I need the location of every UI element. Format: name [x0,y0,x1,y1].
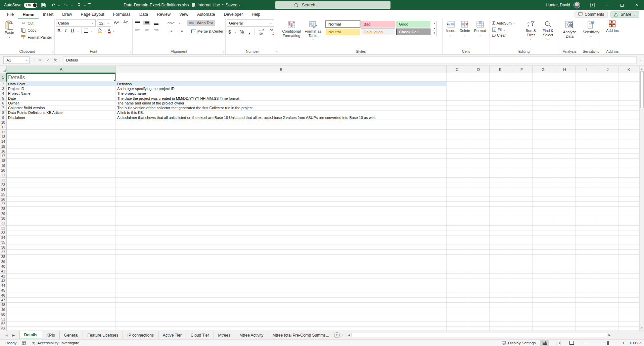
row-header-28[interactable]: 28 [0,207,7,211]
cell-I50[interactable] [576,312,597,317]
cell-K15[interactable] [618,144,639,149]
cell-A6[interactable]: Owner [7,101,116,105]
cell-A21[interactable] [7,173,116,178]
cell-E29[interactable] [490,211,511,216]
cell-E7[interactable] [490,105,511,110]
row-header-22[interactable]: 22 [0,178,7,182]
cell-B36[interactable] [116,245,447,250]
macro-record-icon[interactable] [22,341,26,345]
format-dropdown-icon[interactable]: ⌄ [479,34,481,37]
cell-K46[interactable] [618,293,639,298]
row-header-15[interactable]: 15 [0,144,7,149]
cell-B16[interactable] [116,149,447,154]
cell-D28[interactable] [468,207,490,211]
cell-I16[interactable] [576,149,597,154]
select-all-corner[interactable] [0,66,7,73]
cell-H15[interactable] [554,144,576,149]
cell-F28[interactable] [511,207,533,211]
name-box-dropdown-icon[interactable]: ▾ [26,59,28,62]
sensitivity-button[interactable]: Sensitivity ⌄ [581,19,601,39]
column-header-c[interactable]: C [447,66,468,73]
tab-splitter-handle[interactable]: ⁞ [342,333,343,337]
cell-C31[interactable] [447,221,468,226]
cell-D10[interactable] [468,120,490,125]
row-header-9[interactable]: 9 [0,115,7,120]
cell-E42[interactable] [490,274,511,278]
row-header-17[interactable]: 17 [0,154,7,158]
cell-D37[interactable] [468,250,490,254]
cell-B5[interactable]: The date the project was created in MM/D… [116,96,447,101]
cell-I18[interactable] [576,159,597,163]
cell-F19[interactable] [511,163,533,168]
cell-G26[interactable] [533,197,554,202]
decrease-decimal-icon[interactable]: .00→.0 [268,28,276,36]
row-header-1[interactable]: 1 [0,73,7,82]
cell-K6[interactable] [618,101,639,105]
cell-F10[interactable] [511,120,533,125]
autosum-dropdown-icon[interactable]: ⌄ [513,22,515,25]
column-header-j[interactable]: J [597,66,618,73]
cell-J34[interactable] [597,235,618,240]
row-header-50[interactable]: 50 [0,312,7,317]
cell-A11[interactable] [7,125,116,130]
cell-F38[interactable] [511,255,533,259]
cell-G37[interactable] [533,250,554,254]
cell-B4[interactable]: The project name [116,91,447,96]
cell-E17[interactable] [490,154,511,158]
cell-E5[interactable] [490,96,511,101]
cell-K36[interactable] [618,245,639,250]
cell-B23[interactable] [116,182,447,187]
autosum-button[interactable]: Σ AutoSum ⌄ [491,20,522,26]
cell-C48[interactable] [447,303,468,307]
cell-C9[interactable] [447,115,468,120]
cell-F11[interactable] [511,125,533,130]
cell-K25[interactable] [618,192,639,197]
cell-I10[interactable] [576,120,597,125]
cell-F8[interactable] [511,111,533,115]
increase-indent-icon[interactable]: →≡ [176,29,184,34]
row-header-45[interactable]: 45 [0,288,7,293]
cell-A52[interactable] [7,322,116,327]
borders-icon[interactable] [84,29,88,33]
cell-J19[interactable] [597,163,618,168]
row-header-5[interactable]: 5 [0,96,7,101]
cell-F41[interactable] [511,269,533,274]
cell-B27[interactable] [116,202,447,206]
cell-C40[interactable] [447,264,468,269]
cell-D48[interactable] [468,303,490,307]
cell-G5[interactable] [533,96,554,101]
percent-style-icon[interactable]: % [238,29,245,35]
column-header-e[interactable]: E [490,66,511,73]
cell-D8[interactable] [468,111,490,115]
cell-D42[interactable] [468,274,490,278]
cell-C23[interactable] [447,182,468,187]
hscroll-right-icon[interactable]: ▶ [607,334,612,337]
cell-G18[interactable] [533,159,554,163]
cell-C2[interactable] [447,82,468,86]
cell-J13[interactable] [597,134,618,139]
cell-D38[interactable] [468,255,490,259]
cell-E27[interactable] [490,202,511,206]
cell-H9[interactable] [554,115,576,120]
font-color-icon[interactable]: A [108,28,110,33]
cell-B7[interactable]: The build version of the collector that … [116,105,447,110]
cell-A43[interactable] [7,278,116,283]
tab-home[interactable]: Home [18,11,39,19]
cell-C4[interactable] [447,91,468,96]
cell-A18[interactable] [7,159,116,163]
cell-H32[interactable] [554,226,576,230]
sensitivity-label[interactable]: Internal Use [197,3,220,7]
cell-J21[interactable] [597,173,618,178]
row-header-7[interactable]: 7 [0,105,7,110]
cell-F12[interactable] [511,130,533,134]
tab-help[interactable]: Help [247,11,265,18]
increase-font-size-icon[interactable]: A˄ [112,19,121,27]
cell-I37[interactable] [576,250,597,254]
cell-B48[interactable] [116,303,447,307]
cell-F49[interactable] [511,307,533,312]
cell-E30[interactable] [490,216,511,221]
cell-A12[interactable] [7,130,116,134]
cell-E32[interactable] [490,226,511,230]
cell-I2[interactable] [576,82,597,86]
cell-J1[interactable] [597,73,618,82]
